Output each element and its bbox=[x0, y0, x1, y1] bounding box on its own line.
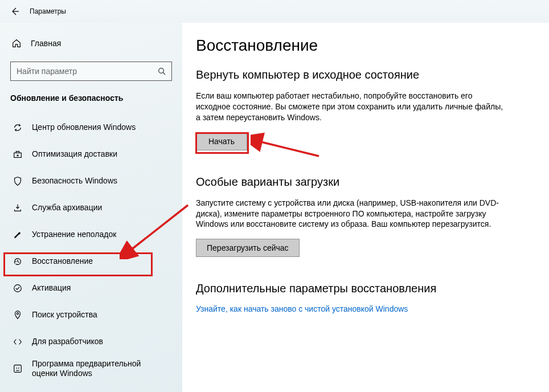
window-title: Параметры bbox=[30, 7, 66, 15]
sidebar-item-label: Устранение неполадок bbox=[32, 230, 116, 240]
sidebar: Главная Обновление и безопасность bbox=[0, 23, 182, 392]
sidebar-item-label: Восстановление bbox=[32, 256, 93, 267]
sidebar-item-activation[interactable]: Активация bbox=[10, 277, 172, 300]
content-pane: Восстановление Вернуть компьютер в исход… bbox=[182, 23, 549, 392]
svg-point-4 bbox=[17, 313, 18, 315]
start-reset-button[interactable]: Начать bbox=[196, 132, 247, 150]
sidebar-item-label: Активация bbox=[32, 283, 71, 293]
section1-title: Вернуть компьютер в исходное состояние bbox=[196, 68, 538, 81]
sidebar-category-label: Обновление и безопасность bbox=[10, 93, 172, 103]
svg-point-0 bbox=[159, 68, 164, 74]
home-icon bbox=[10, 38, 23, 48]
restart-now-button[interactable]: Перезагрузить сейчас bbox=[196, 239, 300, 257]
search-input[interactable] bbox=[15, 66, 157, 76]
sync-icon bbox=[11, 122, 24, 133]
sidebar-item-label: Безопасность Windows bbox=[32, 176, 117, 186]
code-icon bbox=[11, 337, 24, 347]
delivery-icon bbox=[11, 149, 24, 160]
section3-title: Дополнительные параметры восстановления bbox=[196, 282, 538, 295]
search-icon bbox=[157, 67, 167, 76]
section1-text: Если ваш компьютер работает нестабильно,… bbox=[196, 91, 503, 123]
sidebar-home-label: Главная bbox=[31, 39, 61, 48]
sidebar-item-insider-program[interactable]: Программа предварительной оценки Windows bbox=[10, 357, 172, 380]
sidebar-item-label: Поиск устройства bbox=[32, 310, 97, 320]
svg-line-1 bbox=[163, 72, 165, 75]
backup-icon bbox=[11, 203, 24, 213]
section2-text: Запустите систему с устройства или диска… bbox=[196, 198, 503, 230]
history-icon bbox=[11, 256, 24, 267]
back-button[interactable] bbox=[7, 3, 23, 19]
arrow-left-icon bbox=[10, 7, 19, 16]
svg-point-6 bbox=[16, 368, 17, 369]
window-header: Параметры bbox=[0, 0, 549, 23]
sidebar-item-delivery-optimization[interactable]: Оптимизация доставки bbox=[10, 143, 172, 166]
sidebar-item-label: Служба архивации bbox=[32, 203, 102, 213]
section2-title: Особые варианты загрузки bbox=[196, 175, 538, 189]
search-box[interactable] bbox=[10, 62, 172, 81]
sidebar-item-troubleshoot[interactable]: Устранение неполадок bbox=[10, 223, 172, 246]
sidebar-item-recovery[interactable]: Восстановление bbox=[10, 250, 172, 273]
svg-rect-5 bbox=[14, 365, 22, 373]
sidebar-item-label: Центр обновления Windows bbox=[32, 122, 136, 133]
sidebar-item-windows-update[interactable]: Центр обновления Windows bbox=[10, 116, 172, 139]
svg-point-7 bbox=[18, 368, 19, 369]
sidebar-item-label: Оптимизация доставки bbox=[32, 149, 117, 160]
location-icon bbox=[11, 310, 24, 320]
sidebar-item-label: Программа предварительной оценки Windows bbox=[32, 359, 163, 379]
sidebar-nav: Центр обновления Windows Оптимизация дос… bbox=[10, 116, 172, 380]
sidebar-item-label: Для разработчиков bbox=[32, 337, 103, 347]
wrench-icon bbox=[11, 230, 24, 240]
page-title: Восстановление bbox=[196, 36, 538, 55]
check-circle-icon bbox=[11, 283, 24, 293]
sidebar-item-for-developers[interactable]: Для разработчиков bbox=[10, 330, 172, 353]
sidebar-item-windows-security[interactable]: Безопасность Windows bbox=[10, 170, 172, 193]
sidebar-item-find-device[interactable]: Поиск устройства bbox=[10, 304, 172, 326]
sidebar-item-backup[interactable]: Служба архивации bbox=[10, 197, 172, 219]
sidebar-home[interactable]: Главная bbox=[10, 33, 172, 54]
shield-icon bbox=[11, 176, 24, 186]
insider-icon bbox=[11, 364, 24, 374]
fresh-start-link[interactable]: Узнайте, как начать заново с чистой уста… bbox=[196, 304, 538, 313]
svg-point-3 bbox=[14, 285, 22, 292]
